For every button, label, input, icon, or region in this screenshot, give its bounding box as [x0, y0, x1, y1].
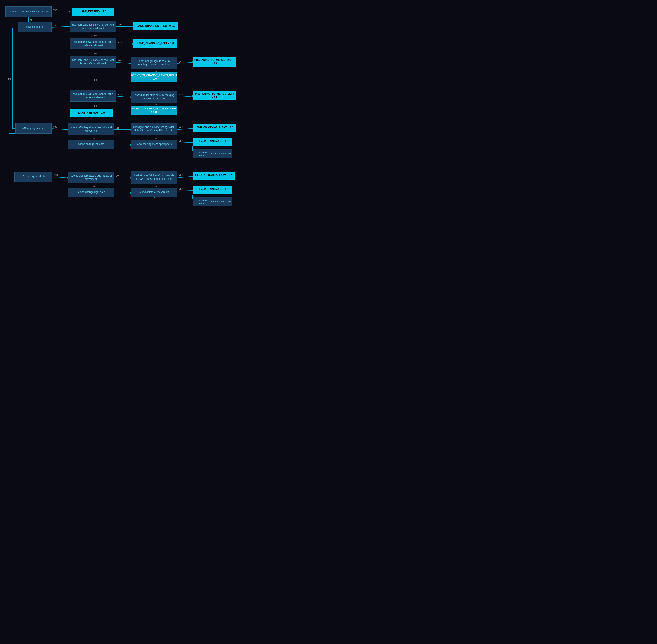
lane-change-right-safe-node: Is lane change right safe — [68, 188, 114, 197]
is-vehicle-target-right-node: isVehicleOnTargetLaneDueToLateral Moveme… — [68, 171, 114, 183]
svg-text:yes: yes — [118, 59, 122, 62]
svg-text:yes: yes — [179, 140, 183, 142]
is-keeping-lane-node: isKeepingLane — [18, 22, 52, 32]
svg-line-56 — [177, 129, 192, 130]
svg-text:no: no — [156, 70, 158, 72]
svg-text:no: no — [94, 78, 97, 81]
svg-text:yes: yes — [116, 127, 119, 129]
svg-text:yes: yes — [179, 60, 183, 63]
lane-keeping-more-node: Lane keeping more appropriate — [131, 140, 177, 149]
is-vehicle-target-left-node: isVehicleOnTargetLaneDueToLateral Moveme… — [68, 123, 114, 135]
is-changing-lane-left-node: isChangingLaneLeft — [16, 123, 52, 134]
svg-line-21 — [116, 62, 130, 64]
svg-line-36 — [177, 96, 192, 97]
svg-line-97 — [177, 190, 192, 191]
has-no-left-right-node: hasNoLeftLane && hasNoRightLane — [5, 6, 52, 17]
lane-keeping-3-node: LANE_KEEPING = 1.0 — [193, 138, 232, 146]
preparing-merge-right-node: PREPARING_TO_MERGE_RIGHT = 1.0 — [193, 57, 236, 67]
lane-changing-left-1-node: LANE_CHANGING_LEFT = 1.0 — [133, 39, 177, 47]
svg-text:yes: yes — [118, 23, 122, 26]
lane-keeping-2-node: LANE_KEEPING = 1.0 — [70, 109, 113, 117]
svg-line-50 — [52, 129, 67, 130]
svg-text:yes: yes — [54, 174, 58, 176]
svg-text:yes: yes — [53, 8, 57, 11]
is-end-lateral-node: Is end of lateral movement — [131, 188, 177, 197]
lane-change-right-merge-node: LaneChangeRight is safe by merging betwe… — [131, 57, 177, 69]
svg-text:no: no — [187, 146, 189, 149]
flowchart-diagram: yes no yes yes no yes no yes yes — [4, 4, 236, 215]
preparing-merge-left-node: PREPARING_TO_MERGE_LEFT = 1.0 — [193, 91, 236, 100]
lane-changing-right-1-node: LANE_CHANGING_RIGHT = 1.0 — [133, 22, 179, 30]
lane-changing-left-2-node: LANE_CHANGING_LEFT = 1.0 — [193, 171, 235, 180]
svg-text:no: no — [92, 185, 95, 187]
svg-text:no: no — [94, 52, 97, 54]
svg-line-68 — [177, 142, 192, 143]
lane-changing-right-2-node: LANE_CHANGING_RIGHT = 1.0 — [193, 124, 236, 132]
svg-text:yes: yes — [53, 24, 57, 26]
svg-line-6 — [52, 26, 69, 27]
remain-current-2-node: Remain in current LateralActionState — [193, 197, 232, 206]
has-right-lane-right-node: hasRightLane && LaneChangeRight is safe … — [70, 21, 116, 32]
remain-current-1-node: Remain in current LateralActionState — [193, 149, 232, 159]
svg-text:no: no — [30, 19, 32, 21]
svg-text:no: no — [94, 34, 97, 37]
svg-text:no: no — [116, 142, 118, 144]
lane-keeping-4-node: LANE_KEEPING = 1.0 — [193, 186, 232, 194]
lane-change-left-safe-node: Is lane change left safe — [68, 140, 114, 149]
svg-text:no: no — [156, 185, 158, 187]
svg-line-24 — [177, 62, 192, 64]
svg-text:no: no — [8, 77, 11, 80]
has-left-not-safe-node: hasLeftLane && LaneChangeLeft is not saf… — [70, 90, 116, 102]
svg-text:no: no — [156, 137, 158, 139]
has-left-lane-left-node: hasLeftLane && LaneChangeLeft is safe an… — [70, 38, 116, 49]
svg-text:yes: yes — [118, 41, 122, 43]
svg-text:yes: yes — [53, 125, 57, 128]
svg-text:yes: yes — [179, 187, 183, 190]
svg-text:no: no — [116, 190, 118, 192]
has-right-not-safe-node: hasRightLane && LaneChangeRight is not s… — [70, 56, 116, 68]
svg-line-79 — [53, 177, 67, 178]
has-right-lane-wish-node: hasRightLane && LaneChangeWish right && … — [131, 122, 177, 136]
svg-marker-1 — [69, 11, 71, 13]
svg-line-33 — [116, 96, 130, 97]
svg-text:no: no — [5, 155, 7, 157]
svg-text:no: no — [94, 105, 97, 107]
intent-change-lanes-left-node: INTENT_TO_CHANGE_LANES_LEFT = 1.0 — [131, 106, 177, 115]
svg-text:no: no — [187, 194, 189, 197]
arrows-svg: yes no yes yes no yes no yes yes — [4, 4, 236, 215]
svg-text:yes: yes — [116, 175, 119, 177]
has-left-lane-wish-node: hasLeftLane && LaneChangeWish left && La… — [131, 171, 177, 184]
svg-text:yes: yes — [179, 174, 183, 176]
svg-text:yes: yes — [179, 93, 183, 95]
lane-keeping-1-node: LANE_KEEPING = 1.0 — [72, 7, 114, 16]
svg-text:yes: yes — [179, 125, 183, 128]
is-changing-lane-right-node: isChangingLaneRight — [15, 171, 52, 182]
svg-line-85 — [177, 176, 192, 178]
svg-text:no: no — [92, 137, 95, 139]
lane-change-left-merge-node: LaneChangeLeft is safe by merging betwee… — [131, 91, 177, 103]
svg-text:yes: yes — [118, 93, 122, 95]
intent-change-lanes-right-node: INTENT_TO_CHANGE_LANES_RIGHT = 1.0 — [131, 72, 177, 82]
svg-text:no: no — [156, 103, 158, 106]
